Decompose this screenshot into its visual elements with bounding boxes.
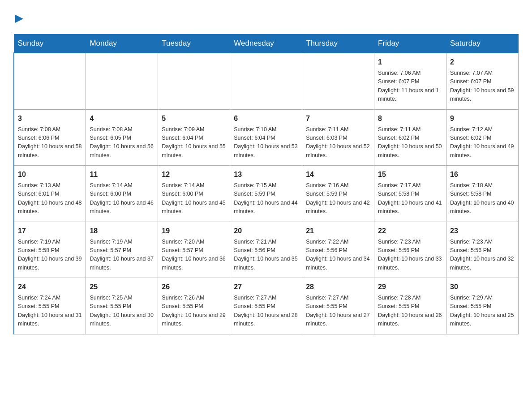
table-row: 27Sunrise: 7:27 AMSunset: 5:55 PMDayligh… xyxy=(230,278,302,334)
table-row xyxy=(14,53,86,109)
table-row: 9Sunrise: 7:12 AMSunset: 6:02 PMDaylight… xyxy=(446,109,519,166)
day-number: 11 xyxy=(90,169,154,180)
day-info: Sunrise: 7:06 AMSunset: 6:07 PMDaylight:… xyxy=(378,69,442,104)
week-row-1: 1Sunrise: 7:06 AMSunset: 6:07 PMDaylight… xyxy=(14,53,519,109)
day-info: Sunrise: 7:15 AMSunset: 5:59 PMDaylight:… xyxy=(234,181,298,216)
header-thursday: Thursday xyxy=(302,34,374,53)
table-row: 23Sunrise: 7:23 AMSunset: 5:56 PMDayligh… xyxy=(446,222,519,278)
day-info: Sunrise: 7:23 AMSunset: 5:56 PMDaylight:… xyxy=(378,238,442,273)
day-info: Sunrise: 7:20 AMSunset: 5:57 PMDaylight:… xyxy=(162,238,226,273)
day-number: 10 xyxy=(18,169,82,180)
day-info: Sunrise: 7:14 AMSunset: 6:00 PMDaylight:… xyxy=(90,181,154,216)
day-info: Sunrise: 7:26 AMSunset: 5:55 PMDaylight:… xyxy=(162,294,226,329)
week-row-2: 3Sunrise: 7:08 AMSunset: 6:06 PMDaylight… xyxy=(14,109,519,166)
day-number: 23 xyxy=(450,226,515,236)
day-number: 22 xyxy=(378,226,442,236)
table-row: 2Sunrise: 7:07 AMSunset: 6:07 PMDaylight… xyxy=(446,53,519,109)
day-info: Sunrise: 7:22 AMSunset: 5:56 PMDaylight:… xyxy=(306,238,370,273)
table-row: 28Sunrise: 7:27 AMSunset: 5:55 PMDayligh… xyxy=(302,278,374,334)
day-number: 8 xyxy=(378,113,442,124)
svg-marker-0 xyxy=(15,15,23,23)
table-row: 20Sunrise: 7:21 AMSunset: 5:56 PMDayligh… xyxy=(230,222,302,278)
table-row: 19Sunrise: 7:20 AMSunset: 5:57 PMDayligh… xyxy=(158,222,230,278)
day-info: Sunrise: 7:25 AMSunset: 5:55 PMDaylight:… xyxy=(90,294,154,329)
day-number: 19 xyxy=(162,226,226,236)
day-info: Sunrise: 7:27 AMSunset: 5:55 PMDaylight:… xyxy=(306,294,370,329)
day-number: 2 xyxy=(450,57,515,68)
day-info: Sunrise: 7:29 AMSunset: 5:55 PMDaylight:… xyxy=(450,294,515,329)
day-info: Sunrise: 7:10 AMSunset: 6:04 PMDaylight:… xyxy=(234,125,298,160)
table-row xyxy=(230,53,302,109)
day-info: Sunrise: 7:19 AMSunset: 5:58 PMDaylight:… xyxy=(18,238,82,273)
day-number: 1 xyxy=(378,57,442,68)
day-number: 26 xyxy=(162,282,226,292)
day-number: 28 xyxy=(306,282,370,292)
day-number: 30 xyxy=(450,282,515,292)
day-number: 29 xyxy=(378,282,442,292)
table-row: 4Sunrise: 7:08 AMSunset: 6:05 PMDaylight… xyxy=(86,109,158,166)
table-row: 3Sunrise: 7:08 AMSunset: 6:06 PMDaylight… xyxy=(14,109,86,166)
day-info: Sunrise: 7:14 AMSunset: 6:00 PMDaylight:… xyxy=(162,181,226,216)
week-row-4: 17Sunrise: 7:19 AMSunset: 5:58 PMDayligh… xyxy=(14,222,519,278)
page-header xyxy=(13,9,519,26)
day-number: 25 xyxy=(90,282,154,292)
table-row: 18Sunrise: 7:19 AMSunset: 5:57 PMDayligh… xyxy=(86,222,158,278)
table-row: 22Sunrise: 7:23 AMSunset: 5:56 PMDayligh… xyxy=(374,222,446,278)
day-number: 27 xyxy=(234,282,298,292)
table-row xyxy=(86,53,158,109)
day-number: 5 xyxy=(162,113,226,124)
day-number: 21 xyxy=(306,226,370,236)
day-info: Sunrise: 7:21 AMSunset: 5:56 PMDaylight:… xyxy=(234,238,298,273)
header-tuesday: Tuesday xyxy=(158,34,230,53)
day-info: Sunrise: 7:17 AMSunset: 5:58 PMDaylight:… xyxy=(378,181,442,216)
day-info: Sunrise: 7:13 AMSunset: 6:01 PMDaylight:… xyxy=(18,181,82,216)
day-info: Sunrise: 7:23 AMSunset: 5:56 PMDaylight:… xyxy=(450,238,515,273)
day-info: Sunrise: 7:08 AMSunset: 6:06 PMDaylight:… xyxy=(18,125,82,160)
week-row-5: 24Sunrise: 7:24 AMSunset: 5:55 PMDayligh… xyxy=(14,278,519,334)
day-number: 15 xyxy=(378,169,442,180)
table-row: 30Sunrise: 7:29 AMSunset: 5:55 PMDayligh… xyxy=(446,278,519,334)
day-number: 17 xyxy=(18,226,82,236)
logo xyxy=(13,9,24,26)
day-info: Sunrise: 7:27 AMSunset: 5:55 PMDaylight:… xyxy=(234,294,298,329)
table-row: 26Sunrise: 7:26 AMSunset: 5:55 PMDayligh… xyxy=(158,278,230,334)
day-number: 6 xyxy=(234,113,298,124)
table-row xyxy=(302,53,374,109)
table-row: 25Sunrise: 7:25 AMSunset: 5:55 PMDayligh… xyxy=(86,278,158,334)
header-saturday: Saturday xyxy=(446,34,519,53)
day-number: 16 xyxy=(450,169,515,180)
logo-arrow-icon xyxy=(14,13,24,26)
day-number: 4 xyxy=(90,113,154,124)
table-row: 17Sunrise: 7:19 AMSunset: 5:58 PMDayligh… xyxy=(14,222,86,278)
day-info: Sunrise: 7:19 AMSunset: 5:57 PMDaylight:… xyxy=(90,238,154,273)
table-row: 16Sunrise: 7:18 AMSunset: 5:58 PMDayligh… xyxy=(446,166,519,222)
day-info: Sunrise: 7:28 AMSunset: 5:55 PMDaylight:… xyxy=(378,294,442,329)
day-number: 18 xyxy=(90,226,154,236)
table-row: 12Sunrise: 7:14 AMSunset: 6:00 PMDayligh… xyxy=(158,166,230,222)
day-number: 12 xyxy=(162,169,226,180)
day-number: 20 xyxy=(234,226,298,236)
day-info: Sunrise: 7:09 AMSunset: 6:04 PMDaylight:… xyxy=(162,125,226,160)
table-row: 10Sunrise: 7:13 AMSunset: 6:01 PMDayligh… xyxy=(14,166,86,222)
day-number: 13 xyxy=(234,169,298,180)
weekday-header-row: Sunday Monday Tuesday Wednesday Thursday… xyxy=(14,34,519,53)
day-info: Sunrise: 7:24 AMSunset: 5:55 PMDaylight:… xyxy=(18,294,82,329)
day-info: Sunrise: 7:07 AMSunset: 6:07 PMDaylight:… xyxy=(450,69,515,104)
day-info: Sunrise: 7:11 AMSunset: 6:02 PMDaylight:… xyxy=(378,125,442,160)
header-wednesday: Wednesday xyxy=(230,34,302,53)
header-sunday: Sunday xyxy=(14,34,86,53)
table-row: 29Sunrise: 7:28 AMSunset: 5:55 PMDayligh… xyxy=(374,278,446,334)
day-info: Sunrise: 7:08 AMSunset: 6:05 PMDaylight:… xyxy=(90,125,154,160)
header-monday: Monday xyxy=(86,34,158,53)
day-number: 24 xyxy=(18,282,82,292)
table-row: 24Sunrise: 7:24 AMSunset: 5:55 PMDayligh… xyxy=(14,278,86,334)
day-info: Sunrise: 7:12 AMSunset: 6:02 PMDaylight:… xyxy=(450,125,515,160)
table-row: 7Sunrise: 7:11 AMSunset: 6:03 PMDaylight… xyxy=(302,109,374,166)
table-row: 8Sunrise: 7:11 AMSunset: 6:02 PMDaylight… xyxy=(374,109,446,166)
day-number: 9 xyxy=(450,113,515,124)
table-row xyxy=(158,53,230,109)
table-row: 6Sunrise: 7:10 AMSunset: 6:04 PMDaylight… xyxy=(230,109,302,166)
table-row: 1Sunrise: 7:06 AMSunset: 6:07 PMDaylight… xyxy=(374,53,446,109)
day-info: Sunrise: 7:16 AMSunset: 5:59 PMDaylight:… xyxy=(306,181,370,216)
day-number: 7 xyxy=(306,113,370,124)
